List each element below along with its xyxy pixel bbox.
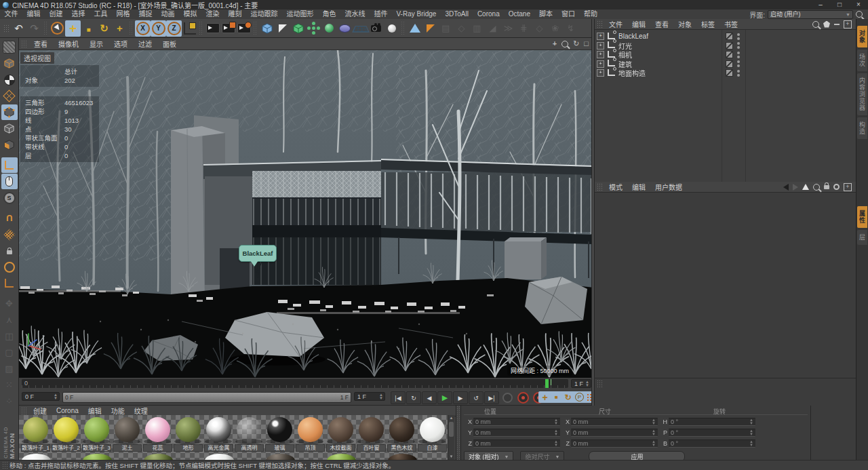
material-item[interactable]: 百叶窗	[356, 416, 387, 452]
menu-motion-tracker[interactable]: 运动跟踪	[246, 9, 282, 19]
loop-reverse-button[interactable]: ↺	[469, 391, 484, 404]
menu-corona[interactable]: Corona	[473, 9, 504, 19]
visibility-dots-icon[interactable]	[737, 60, 740, 67]
x-axis-lock-button[interactable]: X	[135, 20, 151, 37]
array-button[interactable]	[306, 20, 321, 37]
menu-animate[interactable]: 动画	[157, 9, 179, 19]
spinner-arrows-icon[interactable]: ▲▼	[54, 393, 58, 400]
material-thumbnail[interactable]	[235, 416, 264, 444]
object-row-ground[interactable]: 地面构造	[595, 68, 856, 78]
menu-mesh[interactable]: 网格	[112, 9, 134, 19]
spinner-arrows-icon[interactable]: ▲▼	[379, 393, 383, 400]
material-item[interactable]: 黑色木纹	[387, 416, 417, 452]
material-item[interactable]: 高光金属	[203, 416, 234, 452]
modeling-button[interactable]	[407, 20, 422, 37]
scale-tool-button[interactable]	[81, 20, 96, 37]
tab-attributes[interactable]: 属性	[857, 206, 867, 228]
material-item[interactable]: 白漆	[417, 416, 448, 452]
lock-workplane-button[interactable]	[1, 243, 18, 258]
viewport-view-label[interactable]: 透视视图	[20, 52, 54, 64]
menu-window[interactable]: 窗口	[557, 9, 579, 19]
om-expand-icon[interactable]	[844, 20, 852, 28]
om-menu-tags[interactable]: 标签	[696, 19, 719, 29]
material-thumbnail[interactable]	[296, 416, 325, 444]
position-y-field[interactable]: 0 mm▲▼	[473, 429, 560, 437]
polygons-mode-button[interactable]	[1, 137, 18, 153]
key-parameter-toggle[interactable]: P	[575, 393, 584, 402]
maximize-button[interactable]: □	[830, 0, 849, 9]
key-position-toggle[interactable]	[539, 391, 551, 403]
record-keyframe-button[interactable]	[515, 391, 530, 404]
menu-file[interactable]: 文件	[0, 9, 22, 19]
snap-button[interactable]: S	[1, 190, 18, 205]
visibility-dots-icon[interactable]	[737, 33, 740, 40]
layer-tag-icon[interactable]	[726, 60, 733, 68]
vp-menu-display[interactable]: 显示	[84, 39, 108, 49]
tab-takes[interactable]: 场次	[857, 50, 867, 71]
om-search-icon[interactable]	[812, 21, 819, 28]
visibility-dots-icon[interactable]	[737, 42, 740, 49]
light-button[interactable]	[384, 20, 399, 37]
menu-render[interactable]: 渲染	[201, 9, 224, 19]
material-name[interactable]: 散落叶子_1	[21, 444, 50, 452]
am-menu-userdata[interactable]: 用户数据	[650, 182, 687, 192]
material-item[interactable]: 木纹截面	[326, 416, 356, 452]
vp-menu-filter[interactable]: 过滤	[133, 39, 157, 49]
material-item[interactable]: 散落叶子_3	[81, 416, 112, 452]
panel-grip[interactable]	[597, 20, 602, 28]
material-item[interactable]: 吊顶	[295, 416, 326, 452]
om-path-icon[interactable]	[823, 21, 830, 28]
size-x-field[interactable]: 0 mm▲▼	[571, 418, 658, 426]
loop-button[interactable]: ↻	[406, 391, 421, 404]
viewport-solo-button[interactable]	[1, 174, 18, 189]
scrollbar-thumb[interactable]	[449, 422, 454, 437]
orbit-view-icon[interactable]: ↻	[573, 40, 579, 47]
layer-tag-icon[interactable]	[726, 42, 733, 50]
material-name[interactable]: 高透明	[235, 444, 264, 452]
menu-tools[interactable]: 工具	[90, 9, 112, 19]
vp-menu-view[interactable]: 查看	[28, 39, 53, 49]
primitive-cube-button[interactable]	[259, 20, 275, 37]
magnet-snap-button[interactable]: U	[1, 210, 18, 226]
object-name[interactable]: 地面构造	[618, 68, 646, 78]
mat-menu-create[interactable]: 创建	[28, 406, 52, 416]
rotate-tool-button[interactable]	[96, 20, 112, 37]
redo-button[interactable]	[26, 20, 42, 37]
zoom-view-icon[interactable]	[561, 41, 568, 47]
am-menu-edit[interactable]: 编辑	[627, 182, 650, 192]
expand-icon[interactable]	[597, 33, 604, 40]
material-scrollbar[interactable]: ▲ ▼	[448, 415, 454, 460]
material-item[interactable]: 花蕊	[142, 416, 173, 452]
material-item[interactable]: 玻璃	[264, 416, 295, 452]
render-picture-viewer-button[interactable]	[220, 20, 236, 37]
parent-object-icon[interactable]	[802, 184, 809, 190]
material-name[interactable]: 高光金属	[204, 444, 233, 452]
material-name[interactable]: 散落叶子_3	[82, 444, 111, 452]
enable-axis-button[interactable]	[1, 157, 18, 173]
am-new-window-icon[interactable]	[844, 183, 852, 191]
material-thumbnail[interactable]	[143, 416, 172, 444]
material-thumbnail[interactable]	[265, 416, 294, 444]
z-axis-lock-button[interactable]: Z	[166, 20, 182, 37]
tab-layers[interactable]: 层	[857, 230, 867, 245]
history-forward-icon[interactable]	[793, 184, 798, 191]
size-z-field[interactable]: 0 mm▲▼	[571, 439, 658, 448]
rotation-p-field[interactable]: 0 °▲▼	[669, 429, 755, 437]
interface-dropdown[interactable]: 启动 (用户) ▼	[768, 10, 853, 19]
om-menu-view[interactable]: 查看	[650, 19, 673, 29]
position-x-field[interactable]: 0 mm▲▼	[473, 418, 560, 426]
workplane-mode-button[interactable]	[1, 88, 18, 104]
next-frame-button[interactable]: ▶	[453, 391, 468, 404]
sculpt-pen-button[interactable]	[422, 20, 438, 37]
expand-icon[interactable]	[597, 42, 604, 50]
material-name[interactable]: 泥土	[113, 444, 142, 452]
layer-tag-icon[interactable]	[726, 33, 733, 40]
panel-grip[interactable]	[597, 183, 602, 191]
object-row-building[interactable]: 建筑	[595, 60, 856, 69]
material-thumbnail[interactable]	[113, 416, 142, 444]
material-thumbnail[interactable]	[82, 416, 111, 444]
object-name[interactable]: BlackLeaf	[618, 33, 648, 40]
material-name[interactable]: 散落叶子_2	[52, 444, 81, 452]
key-rotation-toggle[interactable]	[562, 391, 574, 403]
menu-script[interactable]: 脚本	[534, 9, 557, 19]
